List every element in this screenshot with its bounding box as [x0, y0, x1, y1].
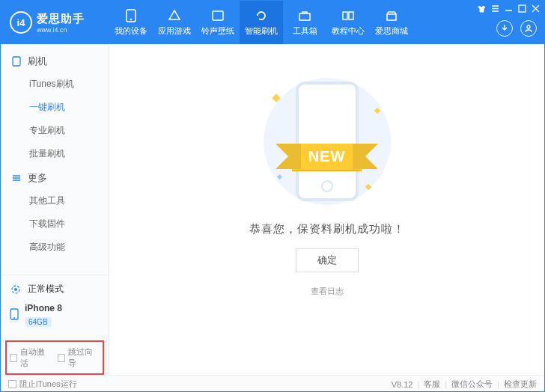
device-phone-icon: [10, 308, 19, 322]
app-url: www.i4.cn: [37, 26, 85, 34]
svg-point-8: [14, 288, 17, 291]
book-icon: [341, 9, 355, 22]
main-panel: NEW 恭喜您，保资料刷机成功啦！ 确定 查看日志: [109, 44, 544, 375]
success-illustration: NEW: [245, 74, 409, 209]
shirt-icon[interactable]: [477, 4, 486, 13]
wechat-link[interactable]: 微信公众号: [451, 379, 493, 390]
mode-row[interactable]: 正常模式: [10, 283, 100, 295]
download-icon[interactable]: [496, 20, 513, 37]
sidebar-section-more: 更多: [1, 165, 109, 189]
app-header: i4 爱思助手 www.i4.cn 我的设备 应用游戏 铃声壁纸 智能刷机 工具…: [1, 1, 544, 44]
svg-rect-3: [299, 13, 310, 20]
store-icon: [385, 9, 398, 22]
mode-status-icon: [10, 284, 22, 295]
nav-tutorial[interactable]: 教程中心: [326, 1, 370, 44]
close-icon[interactable]: [531, 4, 540, 13]
sidebar-item-other-tools[interactable]: 其他工具: [1, 189, 109, 212]
maximize-icon[interactable]: [517, 4, 526, 13]
svg-rect-2: [213, 11, 223, 20]
view-log-link[interactable]: 查看日志: [311, 286, 344, 297]
nav-app-games[interactable]: 应用游戏: [153, 1, 196, 44]
ok-button[interactable]: 确定: [296, 248, 359, 272]
nav-ring-wallpaper[interactable]: 铃声壁纸: [196, 1, 240, 44]
phone-illustration-icon: [296, 82, 359, 201]
logo-icon: i4: [10, 11, 32, 34]
device-name: iPhone 8: [25, 303, 62, 313]
toolbox-icon: [298, 9, 311, 22]
sidebar-item-advanced[interactable]: 高级功能: [1, 236, 109, 259]
new-ribbon: NEW: [292, 144, 362, 170]
sidebar-item-download-fw[interactable]: 下载固件: [1, 212, 109, 236]
user-icon[interactable]: [520, 20, 537, 37]
sidebar-item-itunes-flash[interactable]: iTunes刷机: [1, 73, 109, 96]
minimize-icon[interactable]: [504, 4, 513, 13]
sidebar-item-onekey-flash[interactable]: 一键刷机: [1, 96, 109, 119]
nav-smart-flash[interactable]: 智能刷机: [240, 1, 283, 44]
body: 刷机 iTunes刷机 一键刷机 专业刷机 批量刷机 更多 其他工具 下载固件 …: [1, 44, 544, 375]
svg-rect-4: [519, 5, 526, 12]
svg-point-10: [13, 317, 15, 319]
svg-point-5: [527, 25, 530, 28]
sidebar-item-pro-flash[interactable]: 专业刷机: [1, 119, 109, 142]
checkbox-icon: [58, 354, 65, 362]
apps-icon: [168, 9, 181, 22]
window-controls: [477, 4, 540, 13]
app-name: 爱思助手: [37, 12, 85, 26]
version-label: V8.12: [392, 380, 413, 389]
device-info: iPhone 8 64GB: [25, 303, 62, 327]
more-section-icon: [11, 173, 22, 183]
status-bar: 阻止iTunes运行 V8.12 | 客服 | 微信公众号 | 检查更新: [1, 375, 544, 392]
svg-rect-6: [13, 57, 20, 66]
chk-skip-guide[interactable]: 跳过向导: [58, 346, 100, 369]
refresh-icon: [255, 9, 268, 22]
sidebar-item-batch-flash[interactable]: 批量刷机: [1, 142, 109, 165]
checkbox-icon: [8, 380, 16, 388]
menu-icon[interactable]: [490, 4, 499, 13]
chk-auto-activate[interactable]: 自动激活: [10, 346, 52, 369]
device-storage-badge: 64GB: [25, 317, 52, 327]
header-right: [477, 1, 540, 44]
image-icon: [211, 9, 225, 22]
nav-my-devices[interactable]: 我的设备: [109, 1, 153, 44]
svg-point-1: [130, 19, 132, 20]
support-link[interactable]: 客服: [424, 379, 440, 390]
success-message: 恭喜您，保资料刷机成功啦！: [249, 222, 405, 236]
checkbox-icon: [10, 354, 17, 362]
logo-text: 爱思助手 www.i4.cn: [37, 12, 85, 34]
phone-icon: [124, 9, 138, 22]
sidebar: 刷机 iTunes刷机 一键刷机 专业刷机 批量刷机 更多 其他工具 下载固件 …: [1, 44, 109, 375]
check-update-link[interactable]: 检查更新: [504, 379, 537, 390]
sidebar-section-flash: 刷机: [1, 49, 109, 73]
header-actions: [496, 20, 540, 41]
mode-label: 正常模式: [28, 283, 64, 295]
flash-section-icon: [11, 56, 22, 67]
nav-store[interactable]: 爱思商城: [370, 1, 413, 44]
logo-block: i4 爱思助手 www.i4.cn: [1, 1, 109, 44]
flash-options-highlight: 自动激活 跳过向导: [5, 340, 104, 375]
device-row[interactable]: iPhone 8 64GB: [10, 303, 100, 327]
nav-toolbox[interactable]: 工具箱: [283, 1, 326, 44]
sidebar-bottom: 正常模式 iPhone 8 64GB: [1, 275, 109, 334]
chk-block-itunes[interactable]: 阻止iTunes运行: [8, 379, 77, 390]
